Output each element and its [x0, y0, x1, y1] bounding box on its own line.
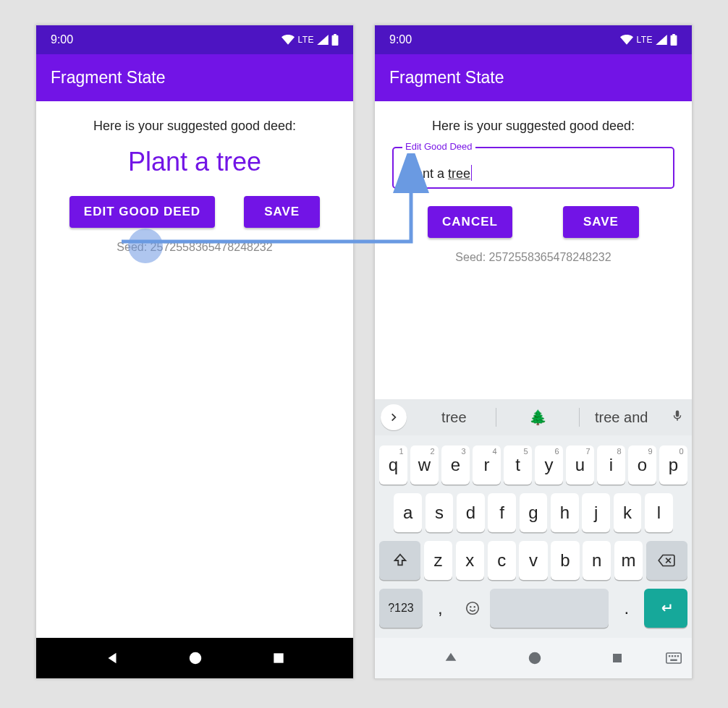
suggestion-2[interactable]: 🌲	[496, 404, 580, 430]
seed-label: Seed: 2572558365478248232	[389, 251, 677, 264]
save-button[interactable]: SAVE	[563, 206, 639, 238]
key-u[interactable]: u7	[566, 445, 593, 485]
nav-recent-button[interactable]	[611, 652, 624, 665]
nav-home-button[interactable]	[527, 650, 543, 666]
status-indicators: LTE	[620, 34, 677, 46]
key-l[interactable]: l	[645, 493, 673, 532]
svg-point-2	[467, 602, 479, 615]
status-time: 9:00	[51, 33, 73, 46]
enter-key[interactable]	[644, 589, 687, 628]
key-k[interactable]: k	[614, 493, 642, 532]
suggestion-3[interactable]: tree and	[580, 405, 663, 430]
android-nav-bar	[36, 638, 353, 678]
app-bar: Fragment State	[36, 54, 353, 101]
backspace-key[interactable]	[646, 541, 687, 580]
edit-good-deed-field[interactable]: Edit Good Deed Plant a tree	[392, 147, 674, 189]
nav-back-button[interactable]	[443, 650, 459, 666]
key-v[interactable]: v	[519, 541, 547, 580]
key-f[interactable]: f	[488, 493, 516, 532]
save-button[interactable]: SAVE	[244, 196, 320, 228]
key-a[interactable]: a	[394, 493, 422, 532]
symbols-key[interactable]: ?123	[379, 589, 422, 628]
key-n[interactable]: n	[583, 541, 611, 580]
signal-icon	[317, 35, 329, 45]
phone-edit-state: 9:00 LTE Fragment State Here is your sug…	[374, 25, 693, 679]
signal-icon	[656, 35, 667, 45]
emoji-key[interactable]	[458, 589, 487, 628]
shift-icon	[392, 553, 408, 568]
mic-icon	[671, 408, 684, 424]
key-d[interactable]: d	[457, 493, 485, 532]
comma-key[interactable]: ,	[426, 589, 454, 628]
hint-text: Here is your suggested good deed:	[389, 119, 677, 134]
status-time: 9:00	[389, 33, 412, 46]
svg-rect-9	[672, 655, 673, 657]
backspace-icon	[657, 553, 676, 568]
textfield-value: Plant a tree	[404, 165, 472, 182]
hint-text: Here is your suggested good deed:	[51, 119, 339, 134]
space-key[interactable]	[490, 589, 609, 628]
nav-home-button[interactable]	[187, 650, 203, 666]
phone-display-state: 9:00 LTE Fragment State Here is your sug…	[35, 25, 354, 679]
key-i[interactable]: i8	[597, 445, 625, 485]
edit-good-deed-button[interactable]: EDIT GOOD DEED	[69, 196, 215, 228]
battery-icon	[670, 34, 677, 46]
seed-label: Seed: 2572558365478248232	[51, 241, 339, 254]
svg-point-4	[473, 606, 475, 607]
key-g[interactable]: g	[520, 493, 548, 532]
enter-icon	[658, 600, 674, 616]
ime-switch-button[interactable]	[666, 652, 682, 664]
key-m[interactable]: m	[614, 541, 643, 580]
period-key[interactable]: .	[612, 589, 641, 628]
app-title: Fragment State	[389, 68, 504, 88]
key-x[interactable]: x	[456, 541, 484, 580]
nav-recent-button[interactable]	[271, 651, 286, 665]
svg-point-0	[190, 652, 202, 665]
status-indicators: LTE	[282, 34, 339, 46]
key-y[interactable]: y6	[535, 445, 562, 485]
mic-button[interactable]	[663, 408, 692, 427]
status-bar: 9:00 LTE	[36, 25, 353, 54]
suggestion-bar: tree 🌲 tree and	[375, 399, 692, 435]
key-b[interactable]: b	[551, 541, 579, 580]
android-nav-bar	[375, 638, 692, 678]
key-j[interactable]: j	[582, 493, 610, 532]
deed-display: Plant a tree	[51, 147, 339, 177]
cancel-button[interactable]: CANCEL	[428, 206, 512, 238]
svg-rect-1	[274, 653, 283, 662]
app-bar: Fragment State	[375, 54, 692, 101]
network-label: LTE	[297, 35, 314, 45]
battery-icon	[331, 34, 339, 46]
emoji-icon	[465, 600, 481, 616]
nav-back-button[interactable]	[104, 650, 120, 666]
key-h[interactable]: h	[551, 493, 579, 532]
suggestion-1[interactable]: tree	[412, 405, 496, 430]
key-o[interactable]: o9	[628, 445, 656, 485]
soft-keyboard: tree 🌲 tree and q1w2e3r4t5y6u7i8o9p0 asd…	[375, 399, 692, 638]
shift-key[interactable]	[379, 541, 420, 580]
keyboard-icon	[666, 652, 682, 664]
key-p[interactable]: p0	[659, 445, 687, 485]
svg-rect-10	[674, 655, 676, 657]
wifi-icon	[620, 35, 633, 45]
key-c[interactable]: c	[488, 541, 516, 580]
status-bar: 9:00 LTE	[375, 25, 692, 54]
key-q[interactable]: q1	[379, 445, 407, 485]
app-title: Fragment State	[51, 68, 166, 88]
key-s[interactable]: s	[426, 493, 454, 532]
svg-rect-6	[613, 654, 622, 662]
network-label: LTE	[636, 35, 653, 45]
key-w[interactable]: w2	[410, 445, 438, 485]
wifi-icon	[282, 35, 295, 45]
svg-rect-11	[677, 655, 679, 657]
svg-point-3	[470, 606, 471, 607]
svg-rect-7	[666, 653, 681, 663]
svg-rect-12	[670, 660, 677, 661]
textfield-label: Edit Good Deed	[402, 141, 475, 152]
key-z[interactable]: z	[424, 541, 452, 580]
svg-rect-8	[669, 655, 670, 657]
key-e[interactable]: e3	[441, 445, 469, 485]
expand-suggestions-button[interactable]	[381, 404, 407, 430]
key-r[interactable]: r4	[473, 445, 500, 485]
key-t[interactable]: t5	[504, 445, 531, 485]
